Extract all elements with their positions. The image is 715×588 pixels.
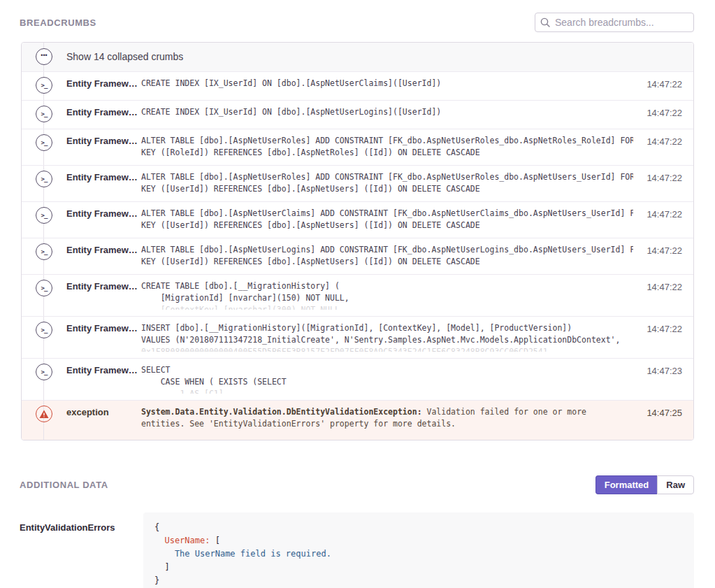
- json-line: UserName: [: [154, 534, 683, 547]
- terminal-icon: >_: [36, 280, 52, 296]
- breadcrumb-timestamp: 14:47:22: [633, 244, 693, 256]
- breadcrumb-message: System.Data.Entity.Validation.DbEntityVa…: [141, 406, 633, 430]
- search-icon: [540, 17, 550, 27]
- breadcrumb-category: Entity Framew…: [66, 322, 141, 334]
- terminal-icon: >_: [36, 106, 52, 122]
- breadcrumb-category: Entity Framew…: [66, 280, 141, 292]
- breadcrumbs-title: BREADCRUMBS: [20, 17, 96, 28]
- breadcrumb-row: >_ Entity Framew… ALTER TABLE [dbo].[Asp…: [22, 201, 693, 238]
- breadcrumb-category: Entity Framew…: [66, 135, 141, 146]
- breadcrumb-category: Entity Framew…: [66, 171, 141, 182]
- additional-data-entry: EntityValidationErrors { UserName: [ The…: [20, 512, 694, 588]
- breadcrumb-timestamp: 14:47:22: [633, 135, 693, 147]
- breadcrumb-category: Entity Framew…: [66, 364, 141, 375]
- breadcrumb-row: >_ Entity Framew… ALTER TABLE [dbo].[Asp…: [22, 129, 693, 165]
- terminal-icon: >_: [36, 243, 52, 260]
- json-line: }: [154, 574, 683, 587]
- raw-button[interactable]: Raw: [657, 475, 694, 494]
- terminal-icon: >_: [36, 134, 52, 151]
- breadcrumb-message: CREATE INDEX [IX_UserId] ON [dbo].[AspNe…: [141, 78, 633, 89]
- breadcrumb-timestamp: 14:47:22: [633, 171, 693, 183]
- breadcrumb-row: >_ Entity Framew… INSERT [dbo].[__Migrat…: [22, 316, 693, 358]
- show-collapsed-crumbs-row[interactable]: ••• Show 14 collapsed crumbs: [22, 43, 693, 71]
- breadcrumb-row: >_ Entity Framew… SELECT CASE WHEN ( EXI…: [22, 358, 693, 400]
- breadcrumb-category: Entity Framew…: [66, 208, 141, 219]
- json-line: ]: [154, 561, 683, 574]
- error-warning-icon: [36, 406, 52, 422]
- exception-type: System.Data.Entity.Validation.DbEntityVa…: [141, 407, 422, 417]
- breadcrumbs-header: BREADCRUMBS: [20, 13, 694, 32]
- collapsed-crumbs-label: Show 14 collapsed crumbs: [66, 51, 183, 62]
- breadcrumb-row: >_ Entity Framew… ALTER TABLE [dbo].[Asp…: [22, 165, 693, 201]
- entry-key: EntityValidationErrors: [20, 512, 143, 533]
- faded-truncated-line: [ContextKey] [nvarchar](300) NOT NULL,: [141, 304, 633, 310]
- breadcrumb-row: >_ Entity Framew… ALTER TABLE [dbo].[Asp…: [22, 238, 693, 274]
- breadcrumb-message: ALTER TABLE [dbo].[AspNetUserRoles] ADD …: [141, 135, 633, 159]
- breadcrumbs-search: [535, 13, 694, 32]
- breadcrumb-category: Entity Framew…: [66, 244, 141, 255]
- breadcrumb-row: >_ Entity Framew… CREATE INDEX [IX_UserI…: [22, 100, 693, 129]
- breadcrumb-row: >_ Entity Framew… CREATE INDEX [IX_UserI…: [22, 71, 693, 100]
- breadcrumb-timestamp: 14:47:23: [633, 364, 693, 376]
- breadcrumb-message: INSERT [dbo].[__MigrationHistory]([Migra…: [141, 322, 633, 352]
- breadcrumb-timestamp: 14:47:25: [633, 406, 693, 418]
- breadcrumb-timestamp: 14:47:22: [633, 280, 693, 292]
- breadcrumb-timestamp: 14:47:22: [633, 322, 693, 334]
- formatted-button[interactable]: Formatted: [595, 475, 658, 494]
- ellipsis-icon: •••: [36, 48, 52, 65]
- terminal-icon: >_: [36, 77, 52, 94]
- search-input[interactable]: [535, 13, 694, 32]
- breadcrumb-category: Entity Framew…: [66, 106, 141, 117]
- faded-truncated-line: 1 AS [C1]: [141, 388, 633, 394]
- additional-data-header: ADDITIONAL DATA Formatted Raw: [20, 475, 694, 494]
- additional-data-title: ADDITIONAL DATA: [20, 480, 108, 490]
- breadcrumb-message: SELECT CASE WHEN ( EXISTS (SELECT 1 AS […: [141, 364, 633, 394]
- terminal-icon: >_: [36, 322, 52, 338]
- format-toggle: Formatted Raw: [595, 475, 694, 494]
- breadcrumb-message: ALTER TABLE [dbo].[AspNetUserRoles] ADD …: [141, 171, 633, 195]
- breadcrumb-message: CREATE INDEX [IX_UserId] ON [dbo].[AspNe…: [141, 106, 633, 118]
- breadcrumb-timestamp: 14:47:22: [633, 78, 693, 89]
- breadcrumb-category: exception: [66, 406, 141, 417]
- terminal-icon: >_: [36, 364, 52, 380]
- breadcrumb-message: ALTER TABLE [dbo].[AspNetUserLogins] ADD…: [141, 244, 633, 268]
- terminal-icon: >_: [36, 207, 52, 224]
- breadcrumb-message: ALTER TABLE [dbo].[AspNetUserClaims] ADD…: [141, 208, 633, 231]
- json-line: {: [154, 521, 683, 534]
- json-line: The UserName field is required.: [154, 547, 683, 561]
- entry-value-code-block: { UserName: [ The UserName field is requ…: [143, 512, 694, 588]
- breadcrumb-message: CREATE TABLE [dbo].[__MigrationHistory] …: [141, 280, 633, 310]
- breadcrumbs-panel: ••• Show 14 collapsed crumbs >_ Entity F…: [21, 42, 694, 440]
- terminal-icon: >_: [36, 171, 52, 187]
- breadcrumb-category: Entity Framew…: [66, 78, 141, 89]
- breadcrumb-row: >_ Entity Framew… CREATE TABLE [dbo].[__…: [22, 274, 693, 316]
- breadcrumb-timestamp: 14:47:22: [633, 106, 693, 118]
- breadcrumb-timestamp: 14:47:22: [633, 208, 693, 220]
- breadcrumb-row-exception: exception System.Data.Entity.Validation.…: [22, 400, 693, 440]
- faded-truncated-line: 0x1F8B0800000000000400E55D5B6FE3B8157E2F…: [141, 346, 633, 352]
